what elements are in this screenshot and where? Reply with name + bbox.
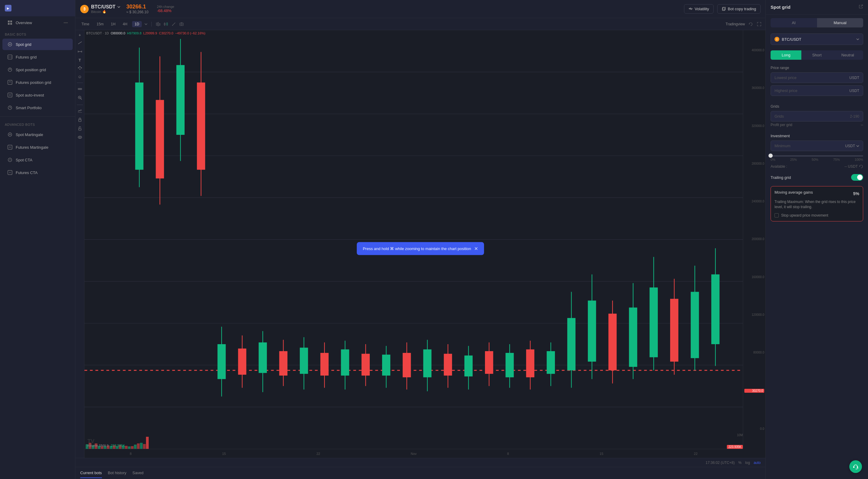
vol-bar bbox=[125, 446, 128, 449]
neutral-btn[interactable]: Neutral bbox=[832, 50, 863, 60]
bot-copy-trading-label: Bot copy trading bbox=[728, 7, 756, 11]
panel-external-icon[interactable] bbox=[858, 4, 863, 10]
time-22-2: 22 bbox=[694, 452, 698, 455]
spot-auto-invest-label: Spot auto-invest bbox=[16, 93, 44, 97]
ai-mode-btn[interactable]: AI bbox=[771, 18, 817, 27]
long-btn[interactable]: Long bbox=[771, 50, 801, 60]
tab-saved[interactable]: Saved bbox=[132, 468, 144, 478]
fullscreen-icon[interactable] bbox=[756, 22, 762, 27]
advanced-bots-label: Advanced bots bbox=[0, 119, 75, 128]
candlestick-icon[interactable] bbox=[163, 22, 168, 27]
lowest-price-input[interactable]: Lowest price USDT bbox=[771, 72, 863, 83]
horizontal-line-icon[interactable] bbox=[78, 49, 82, 55]
ma-percent: 5% bbox=[853, 191, 859, 196]
open-lock-icon[interactable] bbox=[78, 126, 82, 132]
time-btn-time[interactable]: Time bbox=[79, 21, 92, 27]
ohlc-h: H97909.8 bbox=[127, 31, 142, 35]
svg-rect-19 bbox=[156, 23, 157, 25]
stop-upward-checkbox[interactable] bbox=[775, 213, 779, 217]
grids-label: Grids bbox=[771, 104, 863, 109]
indicator-icon[interactable] bbox=[78, 109, 82, 114]
short-btn[interactable]: Short bbox=[801, 50, 832, 60]
emoji-icon[interactable]: ☺ bbox=[78, 74, 82, 79]
eye-icon[interactable] bbox=[78, 135, 82, 141]
slider-thumb[interactable] bbox=[769, 153, 773, 158]
basic-bots-label: Basic bots bbox=[0, 29, 75, 38]
sidebar-item-spot-cta[interactable]: Spot CTA bbox=[2, 154, 73, 166]
spot-grid-icon bbox=[7, 41, 13, 47]
refresh-icon[interactable] bbox=[748, 22, 753, 27]
text-icon[interactable]: T bbox=[79, 58, 81, 62]
sidebar-item-futures-position-grid[interactable]: Futures position grid bbox=[2, 77, 73, 88]
tab-bot-history[interactable]: Bot history bbox=[108, 468, 126, 478]
futures-position-grid-label: Futures position grid bbox=[16, 80, 51, 85]
investment-input[interactable]: Minimum USDT bbox=[771, 141, 863, 151]
chart-type-icon[interactable] bbox=[155, 22, 161, 27]
time-btn-1h[interactable]: 1H bbox=[108, 21, 118, 27]
price-400k: 400000.0 bbox=[744, 49, 764, 52]
percent-label: % bbox=[738, 460, 742, 465]
help-button[interactable] bbox=[849, 460, 862, 473]
time-btn-4h[interactable]: 4H bbox=[120, 21, 130, 27]
sidebar-item-smart-portfolio[interactable]: Smart Portfolio bbox=[2, 102, 73, 113]
svg-rect-65 bbox=[177, 65, 185, 135]
spot-cta-icon bbox=[7, 157, 13, 162]
draw-icon[interactable] bbox=[171, 22, 177, 27]
ruler-icon[interactable] bbox=[78, 87, 82, 92]
main-content: ₿ BTC/USDT Bitcoin 🔥 30266.1 ≈ $ 30,266.… bbox=[75, 0, 766, 479]
crosshair-icon[interactable]: + bbox=[79, 33, 81, 37]
tooltip-close-button[interactable]: ✕ bbox=[474, 246, 478, 251]
copy-trading-icon bbox=[722, 7, 726, 11]
sidebar-item-futures-cta[interactable]: Futures CTA bbox=[2, 167, 73, 178]
sidebar-item-spot-position-grid[interactable]: Spot position grid bbox=[2, 64, 73, 76]
ma-desc: Trailing Maximum: When the grid rises to… bbox=[775, 199, 859, 210]
highest-price-input[interactable]: Highest price USDT bbox=[771, 85, 863, 96]
volume-value: 223.935K bbox=[111, 444, 125, 447]
svg-rect-107 bbox=[608, 314, 617, 370]
auto-label[interactable]: auto bbox=[754, 460, 761, 465]
futures-martingale-icon bbox=[7, 145, 13, 150]
chart-ohlc: BTCUSDT · 1D O80000.0 H97909.8 L29999.9 … bbox=[86, 31, 206, 35]
zoom-in-icon[interactable] bbox=[78, 95, 82, 101]
sidebar-item-overview[interactable]: Overview •••• bbox=[2, 17, 73, 28]
right-panel-header: Spot grid bbox=[766, 0, 868, 14]
coin-selector-chevron bbox=[856, 38, 859, 40]
manual-mode-btn[interactable]: Manual bbox=[817, 18, 864, 27]
coin-selector[interactable]: ₿ BTC/USDT bbox=[771, 33, 863, 45]
log-label[interactable]: log bbox=[745, 460, 750, 465]
grids-input[interactable]: Grids 2-190 bbox=[771, 111, 863, 122]
vol-bar bbox=[143, 444, 146, 449]
top-header: ₿ BTC/USDT Bitcoin 🔥 30266.1 ≈ $ 30,266.… bbox=[75, 0, 766, 18]
coin-selector-icon: ₿ bbox=[775, 37, 779, 41]
lock-icon[interactable] bbox=[78, 117, 82, 123]
trailing-grid-row: Trailing grid bbox=[766, 171, 868, 184]
coin-dropdown-icon[interactable] bbox=[117, 6, 120, 8]
vol-bar-current bbox=[146, 437, 149, 449]
trend-line-icon[interactable] bbox=[78, 40, 82, 46]
svg-rect-105 bbox=[588, 300, 596, 361]
investment-slider[interactable]: 0% 25% 50% 75% 100% bbox=[771, 154, 863, 162]
time-btn-15m[interactable]: 15m bbox=[94, 21, 106, 27]
usdt-label: USDT bbox=[845, 144, 855, 148]
mark-0: 0% bbox=[771, 158, 775, 161]
chart-container[interactable]: + T bbox=[75, 30, 766, 467]
sidebar-item-spot-grid[interactable]: Spot grid bbox=[2, 39, 73, 50]
price-scale: 400000.0 360000.0 320000.0 280000.0 2400… bbox=[743, 30, 766, 449]
svg-rect-16 bbox=[8, 171, 12, 175]
time-btn-1d[interactable]: 1D bbox=[132, 21, 142, 27]
bot-copy-trading-button[interactable]: Bot copy trading bbox=[717, 4, 761, 13]
time-22-1: 22 bbox=[316, 452, 320, 455]
sidebar-item-spot-auto-invest[interactable]: Spot auto-invest bbox=[2, 89, 73, 101]
volatility-button[interactable]: Volatility bbox=[684, 4, 714, 13]
sidebar-item-futures-grid[interactable]: Futures grid bbox=[2, 51, 73, 63]
refresh-small-icon[interactable] bbox=[859, 164, 863, 169]
tab-current-bots[interactable]: Current bots bbox=[80, 468, 102, 478]
trailing-grid-toggle[interactable] bbox=[851, 174, 863, 181]
10m-label: 10M bbox=[737, 433, 743, 437]
time-dropdown-icon[interactable] bbox=[144, 22, 148, 26]
price-240k: 240000.0 bbox=[744, 200, 764, 203]
sidebar-item-futures-martingale[interactable]: Futures Martingale bbox=[2, 142, 73, 153]
nodes-icon[interactable] bbox=[78, 65, 82, 71]
camera-icon[interactable] bbox=[179, 22, 184, 27]
sidebar-item-spot-martingale[interactable]: Spot Martingale bbox=[2, 129, 73, 140]
